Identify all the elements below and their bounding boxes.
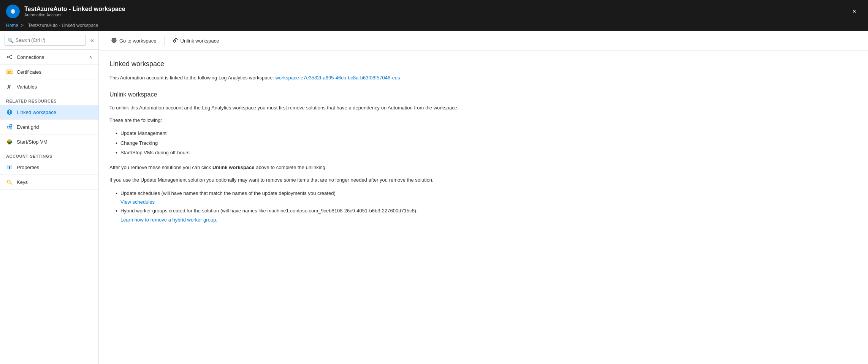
- toolbar-divider: [164, 36, 165, 46]
- related-resources-label: RELATED RESOURCES: [0, 94, 98, 105]
- sidebar: 🔍 « Connections ∧ Certificates X: [0, 31, 99, 364]
- go-to-workspace-button[interactable]: Go to workspace: [106, 35, 161, 47]
- certificates-icon: [6, 68, 13, 75]
- linked-workspace-heading: Linked workspace: [109, 60, 857, 68]
- svg-rect-23: [8, 165, 8, 169]
- unlink-workspace-button[interactable]: Unlink workspace: [168, 35, 224, 47]
- sub-bullet-schedules: Update schedules (will have names that m…: [116, 189, 857, 207]
- unlink-workspace-icon: [172, 37, 178, 44]
- sub-bullets-list: Update schedules (will have names that m…: [116, 189, 857, 225]
- hybrid-text: Hybrid worker groups created for the sol…: [120, 208, 418, 214]
- sidebar-item-event-grid[interactable]: Event grid: [0, 120, 98, 135]
- svg-point-4: [11, 58, 12, 59]
- properties-icon: [6, 164, 13, 171]
- after-remove-end: above to complete the unlinking.: [256, 165, 326, 170]
- view-schedules-link[interactable]: View schedules: [120, 199, 155, 205]
- search-container: 🔍 «: [0, 31, 98, 50]
- start-stop-vm-label: Start/Stop VM: [17, 139, 92, 145]
- bullet-update-mgmt: Update Management: [116, 129, 857, 138]
- toolbar: Go to workspace Unlink workspace: [99, 31, 868, 51]
- keys-label: Keys: [17, 179, 92, 185]
- if-use-text: If you use the Update Management solutio…: [109, 176, 857, 184]
- sub-title: Automation Account: [24, 13, 847, 17]
- sidebar-main-section: Connections ∧ Certificates X Variables: [0, 50, 98, 94]
- event-grid-icon: [6, 123, 13, 130]
- go-to-workspace-icon: [111, 37, 117, 44]
- svg-point-2: [7, 56, 8, 58]
- go-to-workspace-label: Go to workspace: [119, 38, 157, 44]
- sidebar-item-certificates[interactable]: Certificates: [0, 65, 98, 79]
- svg-rect-16: [10, 125, 12, 127]
- svg-rect-7: [7, 70, 12, 74]
- certificates-label: Certificates: [17, 69, 92, 75]
- collapse-button[interactable]: «: [90, 37, 94, 44]
- after-remove-text: After you remove these solutions you can…: [109, 164, 857, 172]
- breadcrumb-separator: >: [21, 23, 24, 28]
- search-input[interactable]: [5, 35, 86, 46]
- content-body: Linked workspace This Automation account…: [99, 51, 868, 364]
- bullet-change-tracking: Change Tracking: [116, 139, 857, 148]
- svg-rect-17: [10, 127, 12, 129]
- sub-bullet-hybrid: Hybrid worker groups created for the sol…: [116, 206, 857, 224]
- content-area: Go to workspace Unlink workspace Linked …: [99, 31, 868, 364]
- svg-text:X: X: [7, 84, 11, 90]
- variables-label: Variables: [17, 84, 92, 90]
- svg-point-1: [12, 10, 14, 13]
- breadcrumb-home[interactable]: Home: [6, 23, 18, 28]
- variables-icon: X: [6, 83, 13, 90]
- title-text: TestAzureAuto - Linked workspace Automat…: [24, 6, 847, 17]
- schedules-text: Update schedules (will have names that m…: [120, 190, 336, 196]
- these-are-text: These are the following:: [109, 117, 857, 125]
- breadcrumb-current: TestAzureAuto - Linked workspace: [28, 23, 98, 28]
- description-text: This Automation account is linked to the…: [109, 75, 274, 81]
- linked-description: This Automation account is linked to the…: [109, 74, 857, 82]
- solutions-list: Update Management Change Tracking Start/…: [116, 129, 857, 158]
- unlink-description: To unlink this Automation account and th…: [109, 104, 857, 112]
- unlink-workspace-heading: Unlink workspace: [109, 91, 857, 98]
- related-resources-section: Linked workspace Event grid Start/Stop V…: [0, 105, 98, 149]
- sidebar-item-properties[interactable]: Properties: [0, 160, 98, 175]
- search-icon: 🔍: [8, 38, 14, 43]
- linked-workspace-label: Linked workspace: [17, 109, 92, 115]
- connections-label: Connections: [17, 54, 85, 60]
- sidebar-item-start-stop-vm[interactable]: Start/Stop VM: [0, 135, 98, 149]
- account-settings-label: ACCOUNT SETTINGS: [0, 149, 98, 160]
- properties-label: Properties: [17, 165, 92, 170]
- svg-line-5: [8, 56, 11, 57]
- bullet-start-stop: Start/Stop VMs during off-hours: [116, 148, 857, 158]
- svg-rect-15: [7, 126, 9, 128]
- svg-rect-22: [8, 142, 11, 144]
- sidebar-item-keys[interactable]: Keys: [0, 175, 98, 190]
- main-title: TestAzureAuto - Linked workspace: [24, 6, 847, 13]
- svg-line-6: [8, 57, 11, 59]
- svg-point-3: [11, 55, 12, 56]
- event-grid-label: Event grid: [17, 124, 92, 130]
- main-layout: 🔍 « Connections ∧ Certificates X: [0, 31, 868, 364]
- svg-point-26: [7, 180, 10, 183]
- close-button[interactable]: ×: [847, 4, 862, 19]
- app-icon: [6, 5, 20, 18]
- linked-workspace-icon: [6, 109, 13, 116]
- sidebar-item-variables[interactable]: X Variables: [0, 79, 98, 94]
- connections-chevron: ∧: [89, 54, 92, 60]
- svg-rect-25: [11, 165, 11, 169]
- connections-icon: [6, 54, 13, 60]
- title-bar: TestAzureAuto - Linked workspace Automat…: [0, 0, 868, 23]
- breadcrumb: Home > TestAzureAuto - Linked workspace: [0, 23, 868, 31]
- workspace-link[interactable]: workspace-e7e3582f-a695-46cb-bc8a-b63f08…: [275, 75, 400, 81]
- hybrid-link[interactable]: Learn how to remove a hybrid worker grou…: [120, 217, 217, 223]
- svg-rect-21: [8, 139, 11, 142]
- unlink-workspace-label: Unlink workspace: [181, 38, 219, 44]
- svg-rect-24: [9, 166, 10, 169]
- sidebar-item-connections[interactable]: Connections ∧: [0, 50, 98, 65]
- after-remove-start: After you remove these solutions you can…: [109, 165, 211, 170]
- sidebar-item-linked-workspace[interactable]: Linked workspace: [0, 105, 98, 120]
- keys-icon: [6, 179, 13, 185]
- unlink-workspace-bold: Unlink workspace: [212, 165, 255, 170]
- start-stop-vm-icon: [6, 138, 13, 145]
- account-settings-section: Properties Keys: [0, 160, 98, 190]
